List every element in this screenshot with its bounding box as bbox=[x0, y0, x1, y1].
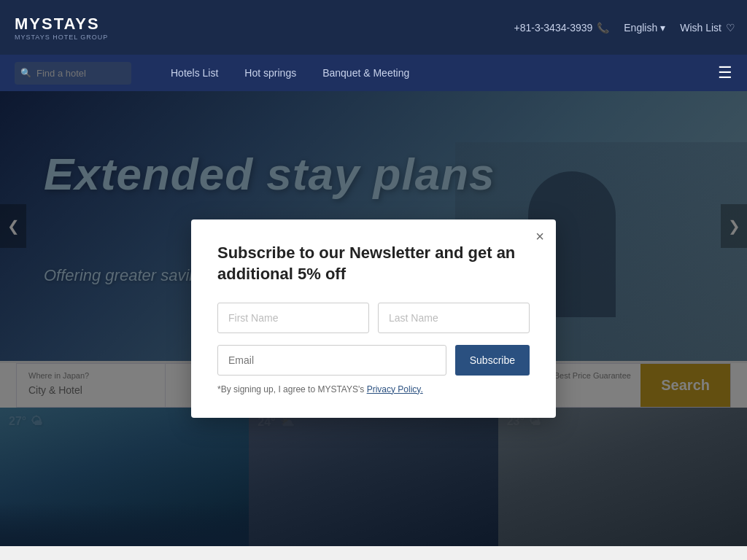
wishlist-button[interactable]: Wish List ♡ bbox=[680, 22, 732, 34]
nav-hot-springs[interactable]: Hot springs bbox=[231, 67, 309, 79]
hotel-search-wrap: 🔍 bbox=[15, 62, 131, 85]
logo-subtext: MYSTAYS HOTEL GROUP bbox=[15, 34, 108, 41]
modal-close-button[interactable]: × bbox=[535, 228, 544, 245]
heart-icon: ♡ bbox=[726, 22, 732, 34]
header: MYSTAYS MYSTAYS HOTEL GROUP +81-3-3434-3… bbox=[0, 0, 747, 55]
newsletter-modal: × Subscribe to our Newsletter and get an… bbox=[191, 219, 556, 417]
main-content: Extended stay plans Offering greater sav… bbox=[0, 91, 747, 546]
chevron-down-icon: ▾ bbox=[660, 22, 665, 34]
phone-number: +81-3-3434-3939 bbox=[514, 22, 592, 34]
language-selector[interactable]: English ▾ bbox=[624, 22, 665, 34]
phone-icon: 📞 bbox=[597, 22, 609, 34]
lang-label: English bbox=[624, 22, 657, 34]
wishlist-label: Wish List bbox=[680, 22, 721, 34]
disclaimer-text: *By signing up, I agree to MYSTAYS's bbox=[217, 384, 364, 394]
modal-email-row: Subscribe bbox=[217, 345, 530, 376]
logo-text: MYSTAYS bbox=[15, 15, 108, 34]
modal-disclaimer: *By signing up, I agree to MYSTAYS's Pri… bbox=[217, 384, 530, 394]
search-icon: 🔍 bbox=[20, 68, 31, 78]
nav-hotels-list[interactable]: Hotels List bbox=[158, 67, 231, 79]
privacy-policy-link[interactable]: Privacy Policy. bbox=[367, 384, 423, 394]
email-input[interactable] bbox=[217, 345, 446, 376]
modal-name-fields bbox=[217, 303, 530, 333]
nav-banquet[interactable]: Banquet & Meeting bbox=[309, 67, 422, 79]
last-name-input[interactable] bbox=[378, 303, 530, 333]
modal-title: Subscribe to our Newsletter and get an a… bbox=[217, 243, 530, 284]
subscribe-button[interactable]: Subscribe bbox=[455, 345, 530, 376]
nav-bar: 🔍 Hotels List Hot springs Banquet & Meet… bbox=[0, 55, 747, 91]
first-name-input[interactable] bbox=[217, 303, 369, 333]
phone-display: +81-3-3434-3939 📞 bbox=[514, 22, 609, 34]
logo-area: MYSTAYS MYSTAYS HOTEL GROUP bbox=[15, 15, 108, 41]
nav-links: Hotels List Hot springs Banquet & Meetin… bbox=[158, 67, 422, 79]
hamburger-icon[interactable]: ☰ bbox=[718, 63, 732, 82]
modal-overlay[interactable]: × Subscribe to our Newsletter and get an… bbox=[0, 91, 747, 546]
hotel-search-input[interactable] bbox=[15, 62, 131, 85]
